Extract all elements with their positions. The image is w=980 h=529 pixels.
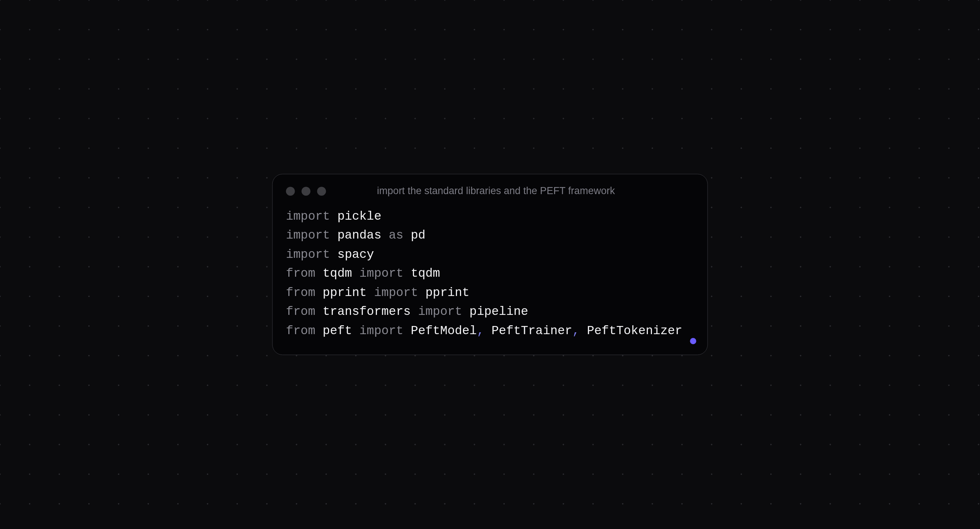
code-line: from tqdm import tqdm [286, 265, 694, 283]
code-token: PeftModel [411, 324, 477, 338]
code-token: transformers [323, 305, 418, 319]
code-token: import [360, 267, 411, 281]
code-line: from transformers import pipeline [286, 303, 694, 322]
close-icon[interactable] [286, 187, 295, 195]
code-token: as [389, 229, 411, 243]
code-window: import the standard libraries and the PE… [272, 174, 708, 355]
code-line: from pprint import pprint [286, 283, 694, 302]
code-token: import [418, 305, 469, 319]
code-token: import [286, 248, 338, 262]
code-block: import pickleimport pandas as pdimport s… [286, 207, 694, 340]
code-line: from peft import PeftModel, PeftTrainer,… [286, 322, 694, 340]
code-token: pipeline [469, 305, 528, 319]
titlebar: import the standard libraries and the PE… [286, 185, 694, 197]
code-token: import [286, 229, 338, 243]
code-token: pd [411, 229, 425, 243]
code-token: import [374, 286, 425, 300]
code-line: import pickle [286, 207, 694, 226]
code-token: PeftTokenizer [587, 324, 682, 338]
code-token: , [572, 324, 587, 338]
code-token: pprint [425, 286, 469, 300]
code-token: pickle [337, 210, 382, 223]
code-token: from [286, 305, 323, 319]
code-line: import spacy [286, 245, 694, 264]
code-token: pandas [337, 229, 389, 243]
code-token: spacy [337, 248, 374, 262]
code-token: from [286, 267, 323, 281]
code-token: tqdm [411, 267, 440, 281]
code-line: import pandas as pd [286, 226, 694, 245]
code-token: PeftTrainer [492, 324, 572, 338]
code-token: pprint [323, 286, 374, 300]
code-token: tqdm [323, 267, 360, 281]
code-token: import [286, 210, 338, 223]
code-token: from [286, 324, 323, 338]
code-token: , [477, 324, 492, 338]
code-token: import [360, 324, 411, 338]
window-title: import the standard libraries and the PE… [298, 185, 694, 197]
code-token: peft [323, 324, 360, 338]
cursor-indicator-icon [690, 338, 697, 345]
code-token: from [286, 286, 323, 300]
